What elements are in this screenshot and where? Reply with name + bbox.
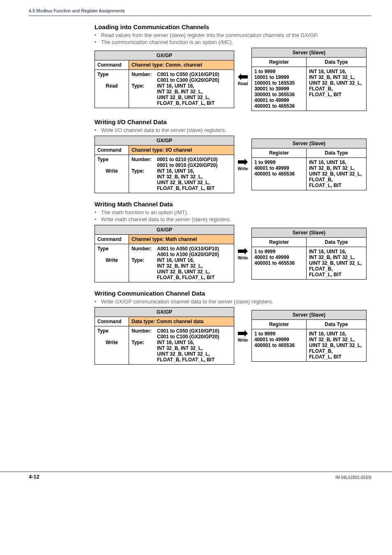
number-label: Number: [131,246,157,257]
arrow-label: Write [237,256,249,260]
svg-marker-3 [238,330,248,337]
register-label: Register [252,58,307,67]
datatype-label: Data Type [307,238,367,247]
page-number: 4-12 [29,474,39,480]
type-values: INT 16, UINT 16, INT 32_B, INT 32_L, UIN… [157,340,214,363]
bullet-text: Write I/O channel data to the server (sl… [101,127,226,133]
bullet: •Write I/O channel data to the server (s… [95,127,371,133]
bullet-text: Write GX/GP communication channel data t… [101,298,273,305]
datatype-values: INT 16, UINT 16, INT 32_B, INT 32_L, UIN… [307,158,367,190]
table-header: GX/GP [95,136,234,146]
command-label: Command [95,146,129,155]
server-table: Server (Slave) Register Data Type 1 to 9… [251,310,367,362]
type-cell: Type Write [95,244,129,282]
register-values: 1 to 9999 40001 to 49999 400001 to 46553… [252,247,307,280]
number-label: Number: [131,157,157,168]
bullet: •Read values from the server (slave) reg… [95,32,371,38]
svg-marker-1 [238,159,248,165]
section-title: Writing Math Channel Data [95,201,371,208]
type-cell: Type Write [95,326,129,365]
bullet-text: The math function is an option (/MT). [101,209,188,215]
type-label: Type [97,328,126,334]
bullet-text: The communication channel function is an… [101,39,233,45]
datatype-values: INT 16, UINT 16, INT 32_B, INT 32_L, UIN… [307,67,367,111]
register-values: 1 to 9999 10001 to 19999 100001 to 16553… [252,67,307,111]
server-table: Server (Slave) Register Data Type 1 to 9… [251,48,367,111]
channel-type: Channel type: Comm. channel [129,60,234,70]
page-footer: 4-12 IM 04L51B01-01EN [0,472,392,488]
gxgp-table: GX/GP Command Channel type: I/O channel … [95,136,234,193]
document-id: IM 04L51B01-01EN [335,475,371,480]
bullet-text: Read values from the server (slave) regi… [101,32,318,38]
section-title: Loading into Communication Channels [95,23,371,30]
type-cell: Type Write [95,155,129,193]
details-cell: Number: C001 to C050 (GX10/GP10) C001 to… [129,70,234,108]
table-header: Server (Slave) [252,139,367,148]
type-cell: Type Read [95,70,129,108]
number-values: 0001 to 0210 (GX10/GP10) 0001 to 0910 (G… [157,157,217,168]
details-cell: Number: 0001 to 0210 (GX10/GP10) 0001 to… [129,155,234,193]
server-table: Server (Slave) Register Data Type 1 to 9… [251,228,367,280]
arrow-read-icon: Read [237,73,249,86]
datatype-label: Data Type [307,320,367,329]
bullet: •Write math channel data to the server (… [95,216,371,222]
datatype-label: Data Type [307,148,367,158]
arrow-label: Write [237,166,249,171]
write-label: Write [97,168,126,174]
channel-type: Channel type: Math channel [129,235,234,244]
number-values: C001 to C050 (GX10/GP10) C001 to C300 (G… [157,72,219,83]
arrow-write-icon: Write [237,329,249,342]
write-label: Write [97,340,126,345]
bullet: •Write GX/GP communication channel data … [95,298,371,305]
table-header: Server (Slave) [252,228,367,238]
details-cell: Number: C001 to C050 (GX10/GP10) C001 to… [129,326,234,365]
type-values: INT 16, UINT 16, INT 32_B, INT 32_L, UIN… [157,168,214,191]
table-header: GX/GP [95,51,234,60]
register-label: Register [252,148,307,158]
register-label: Register [252,238,307,247]
gxgp-table: GX/GP Command Channel type: Math channel… [95,225,234,282]
table-header: GX/GP [95,225,234,235]
type-prop-label: Type: [131,257,157,280]
table-header: Server (Slave) [252,310,367,320]
arrow-label: Write [237,338,249,342]
datatype-label: Data Type [307,58,367,67]
arrow-label: Read [237,81,249,86]
number-label: Number: [131,72,157,83]
bullet: •The math function is an option (/MT). [95,209,371,215]
arrow-write-icon: Write [237,247,249,260]
bullet: •The communication channel function is a… [95,39,371,45]
number-label: Number: [131,328,157,340]
table-header: Server (Slave) [252,48,367,58]
channel-type: Data type: Comm channel data [129,317,234,326]
type-values: INT 16, UINT 16, INT 32_B, INT 32_L, UIN… [157,257,214,280]
channel-type: Channel type: I/O channel [129,146,234,155]
type-prop-label: Type: [131,340,157,363]
arrow-write-icon: Write [237,158,249,171]
type-values: INT 16, UINT 16, INT 32_B, INT 32_L, UIN… [157,83,214,106]
gxgp-table: GX/GP Command Data type: Comm channel da… [95,307,234,365]
register-values: 1 to 9999 40001 to 49999 400001 to 46553… [252,158,307,190]
command-label: Command [95,60,129,70]
breadcrumb: 4.5 Modbus Function and Register Assignm… [29,8,371,16]
register-values: 1 to 9999 40001 to 49999 400001 to 46553… [252,329,307,362]
bullet-text: Write math channel data to the server (s… [101,216,231,222]
section-title: Writing I/O Channel Data [95,118,371,125]
type-prop-label: Type: [131,83,157,106]
header-divider [29,16,371,16]
details-cell: Number: A001 to A050 (GX10/GP10) A001 to… [129,244,234,282]
command-label: Command [95,317,129,326]
svg-marker-0 [238,74,248,80]
register-label: Register [252,320,307,329]
server-table: Server (Slave) Register Data Type 1 to 9… [251,139,367,190]
svg-marker-2 [238,248,248,254]
type-label: Type [97,72,126,77]
write-label: Write [97,257,126,263]
datatype-values: INT 16, UINT 16, INT 32_B, INT 32_L, UIN… [307,329,367,362]
number-values: A001 to A050 (GX10/GP10) A001 to A100 (G… [157,246,219,257]
number-values: C001 to C050 (GX10/GP10) C001 to C100 (G… [157,328,219,340]
type-prop-label: Type: [131,168,157,191]
gxgp-table: GX/GP Command Channel type: Comm. channe… [95,51,234,108]
read-label: Read [97,83,126,89]
table-header: GX/GP [95,308,234,317]
